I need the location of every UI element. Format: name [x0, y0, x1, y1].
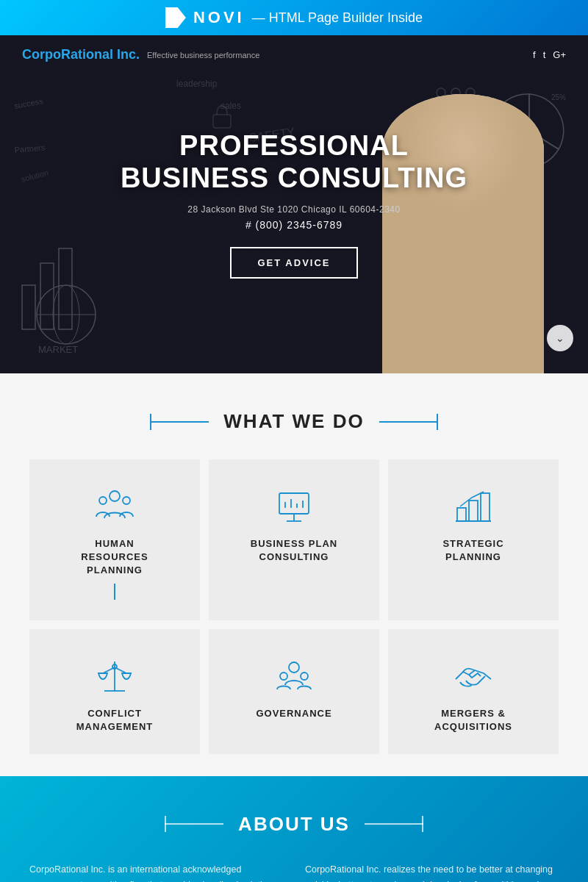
- about-section: ABOUT US CorpoRational Inc. is an intern…: [0, 776, 588, 882]
- logo-text: CorpoRational Inc.: [22, 47, 140, 62]
- svg-rect-42: [457, 508, 466, 521]
- logo-tagline: Effective business performance: [147, 51, 259, 60]
- svg-text:25%: 25%: [551, 93, 566, 101]
- svg-rect-2: [59, 248, 72, 329]
- about-title-line-right: [365, 823, 423, 825]
- title-line-left: [150, 421, 209, 423]
- service-title-conflict-management: CONFLICTMANAGEMENT: [76, 707, 154, 734]
- svg-point-33: [99, 497, 107, 504]
- presentation-icon: [273, 486, 315, 527]
- hero-content: PROFESSIONAL BUSINESS CONSULTING 28 Jack…: [121, 130, 467, 279]
- svg-rect-0: [22, 285, 35, 329]
- svg-text:sales: sales: [220, 101, 241, 111]
- svg-point-4: [53, 285, 79, 344]
- service-governance: GOVERNANCE: [209, 629, 379, 754]
- brand-name: NOVI: [193, 8, 245, 27]
- svg-point-3: [37, 285, 96, 344]
- hero-phone: # (800) 2345-6789: [121, 219, 467, 231]
- section-title-wrap: WHAT WE DO: [29, 410, 559, 433]
- topbar-subtitle: — HTML Page Builder Inside: [252, 10, 423, 26]
- scales-icon: [94, 656, 135, 697]
- svg-point-32: [110, 491, 120, 501]
- service-title-strategic-planning: STRATEGICPLANNING: [442, 537, 503, 564]
- service-human-resources: HUMANRESOURCESPLANNING: [29, 459, 200, 620]
- svg-text:solution: solution: [20, 168, 49, 184]
- social-links[interactable]: f t G+: [533, 49, 566, 60]
- svg-text:MARKET: MARKET: [38, 344, 78, 355]
- about-title-wrap: ABOUT US: [29, 813, 559, 836]
- chart-icon: [453, 486, 494, 527]
- service-title-human-resources: HUMANRESOURCESPLANNING: [81, 537, 148, 578]
- service-mergers: MERGERS &ACQUISITIONS: [388, 629, 559, 754]
- chevron-down-icon: ⌄: [556, 332, 564, 344]
- facebook-link[interactable]: f: [533, 49, 536, 60]
- company-logo: CorpoRational Inc. Effective business pe…: [22, 47, 259, 62]
- handshake-icon: [453, 656, 494, 697]
- svg-rect-30: [213, 115, 231, 128]
- about-col2: CorpoRational Inc. realizes the need to …: [305, 862, 559, 882]
- svg-point-51: [289, 662, 299, 673]
- hero-address: 28 Jackson Blvd Ste 1020 Chicago IL 6060…: [121, 204, 467, 215]
- svg-text:leadership: leadership: [176, 79, 218, 89]
- svg-rect-43: [469, 501, 478, 521]
- svg-rect-35: [279, 493, 309, 514]
- hero-title: PROFESSIONAL BUSINESS CONSULTING: [121, 130, 467, 194]
- twitter-link[interactable]: t: [543, 49, 546, 60]
- scroll-indicator[interactable]: ⌄: [547, 325, 573, 351]
- svg-point-52: [280, 673, 287, 680]
- get-advice-button[interactable]: GET ADVICE: [230, 247, 359, 279]
- top-bar: NOVI — HTML Page Builder Inside: [0, 0, 588, 35]
- about-title-line-left: [165, 823, 223, 825]
- what-we-do-section: WHAT WE DO HUMANRESOURCESPLANNING: [0, 373, 588, 776]
- svg-text:Partners: Partners: [14, 143, 46, 154]
- about-title: ABOUT US: [223, 813, 365, 836]
- title-line-right: [379, 421, 438, 423]
- hero-nav: CorpoRational Inc. Effective business pe…: [0, 47, 588, 62]
- svg-point-53: [301, 673, 308, 680]
- novi-logo-icon: [165, 7, 186, 28]
- svg-point-34: [123, 497, 130, 504]
- svg-rect-1: [40, 263, 54, 329]
- service-business-plan: BUSINESS PLANCONSULTING: [209, 459, 379, 620]
- governance-icon: [273, 656, 315, 697]
- googleplus-link[interactable]: G+: [553, 49, 566, 60]
- service-strategic-planning: STRATEGICPLANNING: [388, 459, 559, 620]
- svg-rect-44: [481, 493, 490, 521]
- people-icon: [94, 486, 135, 527]
- service-title-mergers: MERGERS &ACQUISITIONS: [434, 707, 512, 734]
- service-title-business-plan: BUSINESS PLANCONSULTING: [251, 537, 337, 564]
- service-conflict-management: CONFLICTMANAGEMENT: [29, 629, 200, 754]
- service-divider: [114, 584, 115, 600]
- services-grid: HUMANRESOURCESPLANNING BUSINESS PLANCONS…: [29, 459, 559, 754]
- hero-section: MARKET success Partners 25% sales leader…: [0, 35, 588, 373]
- svg-text:success: success: [13, 96, 44, 110]
- what-we-do-title: WHAT WE DO: [209, 410, 379, 433]
- about-col1: CorpoRational Inc. is an international a…: [29, 862, 283, 882]
- service-title-governance: GOVERNANCE: [256, 707, 331, 720]
- about-columns: CorpoRational Inc. is an international a…: [29, 862, 559, 882]
